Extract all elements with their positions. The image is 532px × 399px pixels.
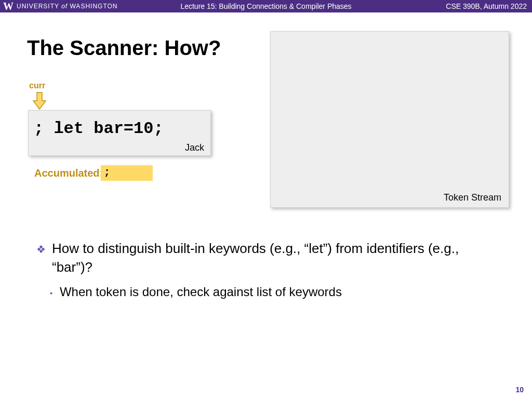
code-text: ; let bar=10; [29,111,210,138]
bullet-main: ❖ How to distinguish built-in keywords (… [36,239,494,277]
university-name: UNIVERSITY of WASHINGTON [17,3,118,10]
slide-title: The Scanner: How? [27,36,221,60]
bullet-main-text: How to distinguish built-in keywords (e.… [52,239,494,277]
square-bullet-icon: ▪ [50,288,52,299]
bullet-list: ❖ How to distinguish built-in keywords (… [36,239,494,300]
uw-logo: W UNIVERSITY of WASHINGTON [0,1,118,12]
uw-w-icon: W [3,1,14,12]
token-stream-label: Token Stream [444,192,501,203]
diamond-bullet-icon: ❖ [36,242,46,257]
accumulated-value: ; [101,165,153,181]
curr-label: curr [29,81,45,90]
token-stream-box: Token Stream [270,31,509,208]
bullet-sub-text: When token is done, check against list o… [60,283,342,301]
bullet-sub: ▪ When token is done, check against list… [50,283,494,301]
slide-header: W UNIVERSITY of WASHINGTON Lecture 15: B… [0,0,532,12]
page-number: 10 [515,385,524,394]
code-box: ; let bar=10; Jack [28,110,211,156]
code-language-label: Jack [185,142,204,153]
down-arrow-icon [32,91,47,111]
lecture-title: Lecture 15: Building Connections & Compi… [180,2,351,10]
accumulated-label: Accumulated: [34,167,103,179]
course-info: CSE 390B, Autumn 2022 [446,2,527,10]
